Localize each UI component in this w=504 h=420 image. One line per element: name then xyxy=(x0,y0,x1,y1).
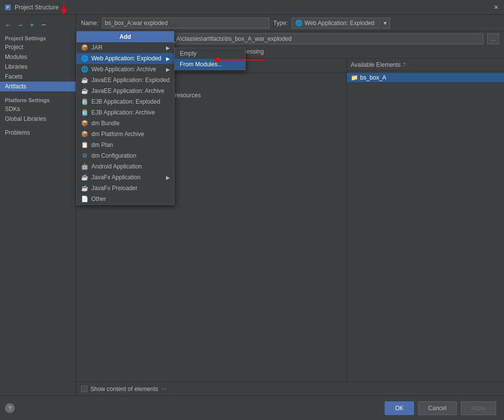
dropdown-item-javaee-exploded-label: JavaEE Application: Exploded xyxy=(91,77,169,84)
available-item-bs-box[interactable]: 📁 bs_box_A xyxy=(347,73,504,82)
cancel-button[interactable]: Cancel xyxy=(418,401,457,415)
dropdown-item-android[interactable]: 🤖 Android Application xyxy=(77,161,174,172)
dropdown-item-dm-plan[interactable]: 📋 dm Plan xyxy=(77,140,174,150)
show-content-more[interactable]: ⋯ xyxy=(161,386,167,392)
dropdown-item-dm-platform[interactable]: 📦 dm Platform Archive xyxy=(77,129,174,140)
javaee-exploded-icon: ☕ xyxy=(81,76,88,84)
sidebar-add-button[interactable]: + xyxy=(27,20,37,30)
ejb-exploded-icon: 🫙 xyxy=(81,98,88,106)
dropdown-item-web-archive[interactable]: 🌐 Web Application: Archive ▶ xyxy=(77,64,174,75)
title-bar: P Project Structure ✕ xyxy=(0,0,504,15)
dropdown-item-web-exploded-label: Web Application: Exploded xyxy=(91,55,162,62)
available-header: Available Elements ? xyxy=(347,58,504,71)
sidebar-item-artifacts[interactable]: Artifacts xyxy=(0,82,76,91)
dm-bundle-icon: 📦 xyxy=(81,119,88,127)
dropdown-item-jar[interactable]: 📦 JAR ▶ xyxy=(77,42,174,53)
javaee-archive-icon: ☕ xyxy=(81,87,88,95)
show-content-label: Show content of elements xyxy=(90,386,158,392)
sidebar-item-facets[interactable]: Facets xyxy=(0,72,76,82)
dropdown-item-android-label: Android Application xyxy=(91,163,142,170)
submenu: Empty From Modules... xyxy=(174,48,246,70)
javafx-icon: ☕ xyxy=(81,173,88,181)
type-label: Type: xyxy=(273,20,287,27)
name-row: Name: Type: 🌐 Web Application: Exploded … xyxy=(76,15,504,31)
sidebar-navigate-back[interactable]: ← xyxy=(3,20,14,30)
dropdown-item-javafx-preloader[interactable]: ☕ JavaFx Preloader xyxy=(77,183,174,194)
dropdown-item-ejb-exploded-label: EJB Application: Exploded xyxy=(91,98,160,105)
available-item-label: bs_box_A xyxy=(360,74,386,81)
ok-button[interactable]: OK xyxy=(385,401,414,415)
available-help-icon[interactable]: ? xyxy=(403,62,406,68)
name-input[interactable] xyxy=(102,18,269,28)
javafx-preloader-icon: ☕ xyxy=(81,184,88,192)
apply-button[interactable]: Apply xyxy=(461,401,496,415)
sidebar-item-modules[interactable]: Modules xyxy=(0,52,76,62)
submenu-item-from-modules[interactable]: From Modules... xyxy=(175,59,245,70)
title-bar-title: Project Structure xyxy=(15,4,253,11)
jar-icon: 📦 xyxy=(81,44,88,52)
type-value: Web Application: Exploded xyxy=(305,20,375,27)
dropdown-item-ejb-archive-label: EJB Application: Archive xyxy=(91,109,155,116)
dropdown-header: Add xyxy=(77,31,174,42)
dropdown-item-dm-bundle[interactable]: 📦 dm Bundle xyxy=(77,118,174,129)
available-header-label: Available Elements xyxy=(351,61,401,68)
sidebar: ← → + − Project Settings Project Modules… xyxy=(0,15,76,395)
dropdown-item-web-exploded[interactable]: 🌐 Web Application: Exploded ▶ xyxy=(77,53,174,64)
dropdown-item-javaee-exploded[interactable]: ☕ JavaEE Application: Exploded xyxy=(77,75,174,85)
type-select-wrapper: 🌐 Web Application: Exploded ▾ xyxy=(292,18,390,28)
title-bar-icon: P xyxy=(4,3,12,11)
sidebar-item-sdks[interactable]: SDKs xyxy=(0,104,76,114)
type-dropdown-button[interactable]: ▾ xyxy=(381,18,390,28)
add-dropdown: Add 📦 JAR ▶ 🌐 Web Application: Exploded … xyxy=(76,31,174,205)
dm-config-icon: ⚙ xyxy=(81,152,88,160)
web-exploded-icon: 🌐 xyxy=(81,55,88,62)
output-browse-button[interactable]: ... xyxy=(487,33,499,44)
dropdown-item-dm-platform-label: dm Platform Archive xyxy=(91,131,144,138)
ejb-archive-icon: 🫙 xyxy=(81,109,88,116)
dropdown-item-dm-plan-label: dm Plan xyxy=(91,141,113,148)
sidebar-item-global-libraries[interactable]: Global Libraries xyxy=(0,114,76,124)
output-input[interactable] xyxy=(129,33,483,44)
sidebar-item-problems[interactable]: Problems xyxy=(0,128,76,138)
show-content-row: Show content of elements ⋯ xyxy=(76,382,504,395)
web-archive-icon: 🌐 xyxy=(81,65,88,73)
dropdown-item-jar-label: JAR xyxy=(91,44,103,51)
javafx-arrow: ▶ xyxy=(166,175,170,180)
submenu-item-empty[interactable]: Empty xyxy=(175,48,245,59)
dropdown-item-other-label: Other xyxy=(91,196,106,202)
available-panel: Available Elements ? 📁 bs_box_A xyxy=(347,58,504,382)
dropdown-item-javafx-label: JavaFx Application xyxy=(91,174,140,181)
dm-plan-icon: 📋 xyxy=(81,141,88,149)
type-icon: 🌐 xyxy=(295,20,303,27)
dropdown-item-dm-config[interactable]: ⚙ dm Configuration xyxy=(77,150,174,161)
dropdown-item-web-archive-label: Web Application: Archive xyxy=(91,66,156,73)
help-icon[interactable]: ? xyxy=(5,403,15,413)
dropdown-item-javafx-preloader-label: JavaFx Preloader xyxy=(91,185,138,192)
name-label: Name: xyxy=(81,20,98,27)
available-list: 📁 bs_box_A xyxy=(347,71,504,382)
dropdown-item-javafx[interactable]: ☕ JavaFx Application ▶ xyxy=(77,172,174,183)
close-button[interactable]: ✕ xyxy=(492,3,500,11)
dropdown-item-javaee-archive[interactable]: ☕ JavaEE Application: Archive xyxy=(77,85,174,96)
platform-settings-title: Platform Settings xyxy=(0,95,76,104)
sidebar-remove-button[interactable]: − xyxy=(38,20,49,30)
web-exploded-arrow: ▶ xyxy=(166,56,170,61)
dropdown-item-ejb-exploded[interactable]: 🫙 EJB Application: Exploded xyxy=(77,96,174,107)
dropdown-item-ejb-archive[interactable]: 🫙 EJB Application: Archive xyxy=(77,107,174,118)
sidebar-item-project[interactable]: Project xyxy=(0,42,76,52)
svg-text:P: P xyxy=(6,5,9,10)
available-item-icon: 📁 xyxy=(351,74,358,81)
show-content-checkbox[interactable] xyxy=(81,386,87,392)
type-display: 🌐 Web Application: Exploded xyxy=(292,18,380,28)
sidebar-item-libraries[interactable]: Libraries xyxy=(0,62,76,72)
project-settings-title: Project Settings xyxy=(0,33,76,42)
dropdown-item-dm-bundle-label: dm Bundle xyxy=(91,120,119,127)
dropdown-item-other[interactable]: 📄 Other xyxy=(77,194,174,204)
web-archive-arrow: ▶ xyxy=(166,67,170,72)
dropdown-item-javaee-archive-label: JavaEE Application: Archive xyxy=(91,87,165,94)
dm-platform-icon: 📦 xyxy=(81,130,88,138)
sidebar-navigate-forward[interactable]: → xyxy=(15,20,26,30)
other-icon: 📄 xyxy=(81,195,88,203)
bottom-bar: OK Cancel Apply ? xyxy=(0,395,504,420)
main-layout: ← → + − Project Settings Project Modules… xyxy=(0,15,504,395)
